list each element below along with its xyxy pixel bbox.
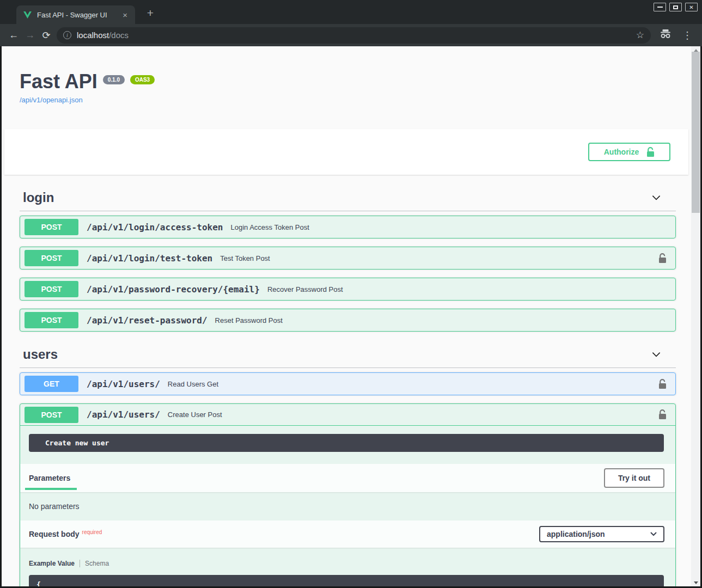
browser-toolbar: ← → ⟳ i localhost/docs ☆ ⋮ bbox=[0, 24, 702, 46]
forward-button[interactable]: → bbox=[22, 29, 38, 41]
operation-path: /api/v1/login/test-token bbox=[87, 253, 212, 264]
method-badge: GET bbox=[25, 376, 78, 392]
back-button[interactable]: ← bbox=[5, 29, 22, 41]
operation-summary[interactable]: GET /api/v1/users/ Read Users Get bbox=[20, 373, 675, 395]
minimize-button[interactable] bbox=[654, 3, 666, 11]
page-title: Fast API bbox=[20, 71, 97, 93]
page-scrollbar[interactable] bbox=[691, 46, 700, 586]
auth-lock-button[interactable] bbox=[658, 379, 667, 389]
opblock-login-test-token: POST /api/v1/login/test-token Test Token… bbox=[20, 247, 676, 270]
operation-summary-text: Reset Password Post bbox=[215, 316, 283, 324]
operation-description: Create new user bbox=[29, 434, 664, 452]
url-path: /docs bbox=[109, 30, 129, 40]
media-type-value: application/json bbox=[547, 530, 605, 538]
api-info: Fast API 0.1.0 OAS3 /api/v1/openapi.json bbox=[2, 46, 691, 105]
authorize-label: Authorize bbox=[604, 148, 639, 156]
scroll-down-icon bbox=[694, 581, 698, 584]
example-code-block: { bbox=[29, 575, 664, 586]
operation-summary[interactable]: POST /api/v1/login/access-token Login Ac… bbox=[20, 216, 675, 238]
operation-summary-text: Create User Post bbox=[168, 411, 222, 419]
no-parameters-text: No parameters bbox=[20, 492, 675, 520]
incognito-icon bbox=[660, 29, 672, 41]
operation-summary[interactable]: POST /api/v1/login/test-token Test Token… bbox=[20, 247, 675, 269]
tag-title: users bbox=[23, 347, 58, 362]
operation-summary-text: Test Token Post bbox=[220, 254, 270, 262]
operation-summary-text: Recover Password Post bbox=[267, 285, 343, 293]
unlock-icon bbox=[658, 253, 667, 264]
opblock-login-access-token: POST /api/v1/login/access-token Login Ac… bbox=[20, 216, 676, 238]
operation-body: Create new user Parameters Try it out No… bbox=[20, 426, 675, 586]
operation-path: /api/v1/users/ bbox=[87, 409, 160, 420]
unlock-icon bbox=[658, 379, 667, 389]
openapi-spec-link[interactable]: /api/v1/openapi.json bbox=[20, 96, 83, 104]
chevron-down-icon[interactable] bbox=[650, 348, 662, 360]
method-badge: POST bbox=[25, 250, 78, 266]
method-badge: POST bbox=[25, 407, 78, 423]
chevron-down-icon bbox=[650, 532, 657, 536]
tag-header-users[interactable]: users bbox=[20, 347, 676, 368]
close-button[interactable]: ✕ bbox=[685, 3, 698, 11]
operation-path: /api/v1/password-recovery/{email} bbox=[87, 284, 260, 295]
operation-summary-text: Login Access Token Post bbox=[230, 223, 309, 231]
browser-menu-icon[interactable]: ⋮ bbox=[678, 29, 697, 41]
tab-example-value[interactable]: Example Value bbox=[29, 560, 75, 567]
opblock-create-user: POST /api/v1/users/ Create User Post bbox=[20, 403, 676, 586]
request-body-label: Request body bbox=[29, 530, 80, 538]
url-host: localhost bbox=[77, 30, 109, 40]
window-controls: ✕ bbox=[654, 3, 698, 11]
tab-close-icon[interactable]: × bbox=[120, 10, 130, 20]
tab-divider bbox=[80, 560, 80, 567]
url-text: localhost/docs bbox=[77, 30, 129, 40]
tag-header-login[interactable]: login bbox=[20, 190, 676, 211]
operation-summary[interactable]: POST /api/v1/users/ Create User Post bbox=[20, 404, 675, 426]
operation-path: /api/v1/reset-password/ bbox=[87, 315, 207, 326]
unlock-icon bbox=[658, 409, 667, 420]
try-it-out-button[interactable]: Try it out bbox=[604, 468, 664, 488]
version-badge: 0.1.0 bbox=[103, 75, 125, 84]
opblock-read-users: GET /api/v1/users/ Read Users Get bbox=[20, 372, 676, 395]
reload-button[interactable]: ⟳ bbox=[38, 29, 54, 41]
chevron-down-icon[interactable] bbox=[650, 192, 662, 204]
required-badge: required bbox=[82, 529, 102, 535]
close-icon: ✕ bbox=[689, 4, 693, 10]
unlock-icon bbox=[646, 147, 655, 157]
method-badge: POST bbox=[25, 281, 78, 297]
media-type-select[interactable]: application/json bbox=[539, 526, 664, 542]
browser-tab[interactable]: Fast API - Swagger UI × bbox=[16, 5, 135, 24]
operation-path: /api/v1/login/access-token bbox=[87, 222, 223, 232]
auth-lock-button[interactable] bbox=[658, 409, 667, 420]
tab-parameters: Parameters bbox=[29, 474, 70, 482]
minimize-icon bbox=[657, 7, 663, 8]
operation-summary-text: Read Users Get bbox=[168, 380, 218, 388]
auth-lock-button[interactable] bbox=[658, 253, 667, 264]
operation-path: /api/v1/users/ bbox=[87, 379, 160, 389]
page-content: Fast API 0.1.0 OAS3 /api/v1/openapi.json… bbox=[2, 46, 700, 586]
site-info-icon[interactable]: i bbox=[63, 31, 71, 39]
tab-strip: Fast API - Swagger UI × + ✕ bbox=[0, 0, 702, 24]
example-area: Example Value Schema { bbox=[20, 548, 675, 586]
operation-summary[interactable]: POST /api/v1/reset-password/ Reset Passw… bbox=[20, 309, 675, 331]
bookmark-star-icon[interactable]: ☆ bbox=[636, 29, 644, 41]
operations-login: POST /api/v1/login/access-token Login Ac… bbox=[20, 216, 676, 332]
scroll-down-button[interactable] bbox=[691, 579, 700, 586]
parameters-header: Parameters Try it out bbox=[20, 464, 675, 492]
scrollbar-thumb[interactable] bbox=[692, 52, 700, 213]
authorize-button[interactable]: Authorize bbox=[588, 143, 670, 161]
operation-summary[interactable]: POST /api/v1/password-recovery/{email} R… bbox=[20, 278, 675, 300]
oas3-badge: OAS3 bbox=[130, 75, 155, 84]
tag-title: login bbox=[23, 190, 54, 205]
opblock-reset-password: POST /api/v1/reset-password/ Reset Passw… bbox=[20, 309, 676, 332]
favicon-icon bbox=[23, 11, 32, 19]
maximize-button[interactable] bbox=[669, 3, 682, 11]
method-badge: POST bbox=[25, 312, 78, 328]
swagger-page: Fast API 0.1.0 OAS3 /api/v1/openapi.json… bbox=[2, 46, 691, 586]
maximize-icon bbox=[673, 5, 678, 9]
operations-users: GET /api/v1/users/ Read Users Get bbox=[20, 372, 676, 586]
address-bar[interactable]: i localhost/docs ☆ bbox=[57, 27, 651, 44]
scroll-up-icon bbox=[694, 49, 698, 52]
tab-title: Fast API - Swagger UI bbox=[37, 11, 120, 19]
scheme-container: Authorize bbox=[4, 129, 688, 175]
method-badge: POST bbox=[25, 219, 78, 235]
tab-schema[interactable]: Schema bbox=[85, 560, 109, 567]
new-tab-button[interactable]: + bbox=[143, 7, 157, 21]
